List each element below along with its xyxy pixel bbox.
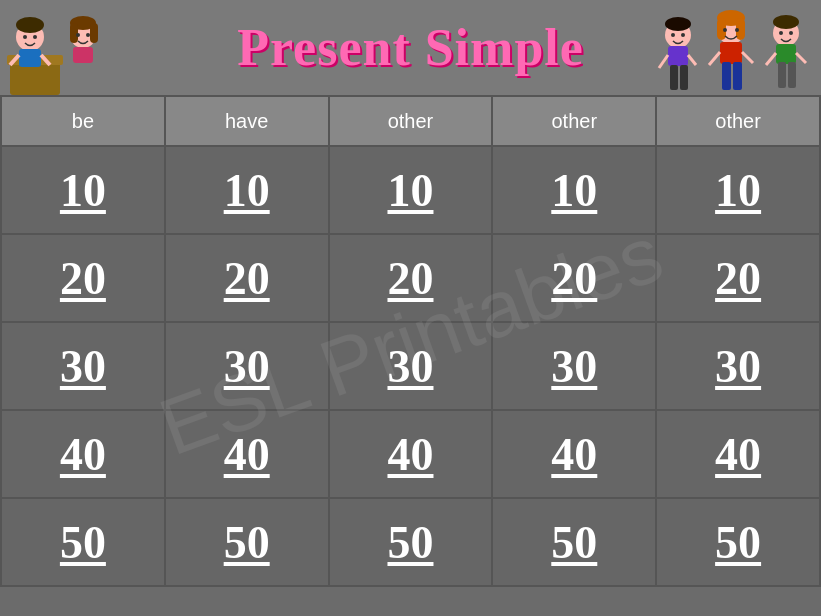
svg-rect-12 <box>70 23 78 43</box>
col-header-other-3: other <box>656 96 820 146</box>
col-header-other-1: other <box>329 96 493 146</box>
col-header-other-2: other <box>492 96 656 146</box>
table-row: 1010101010 <box>1 146 820 234</box>
svg-point-14 <box>76 33 80 37</box>
cell-row2-col5[interactable]: 20 <box>656 234 820 322</box>
cell-row1-col4[interactable]: 10 <box>492 146 656 234</box>
table-row: 2020202020 <box>1 234 820 322</box>
svg-point-20 <box>681 33 685 37</box>
table-row: 3030303030 <box>1 322 820 410</box>
cell-row4-col2[interactable]: 40 <box>165 410 329 498</box>
cell-row4-col4[interactable]: 40 <box>492 410 656 498</box>
score-table: be have other other other 10101010102020… <box>0 95 821 587</box>
cell-row3-col4[interactable]: 30 <box>492 322 656 410</box>
svg-line-32 <box>709 52 720 65</box>
svg-rect-23 <box>670 65 678 90</box>
svg-point-5 <box>23 35 27 39</box>
cell-row1-col5[interactable]: 10 <box>656 146 820 234</box>
cell-row5-col3[interactable]: 50 <box>329 498 493 586</box>
cell-row3-col5[interactable]: 30 <box>656 322 820 410</box>
character-left <box>5 5 120 95</box>
svg-line-42 <box>796 53 806 63</box>
svg-rect-37 <box>776 44 796 64</box>
svg-line-41 <box>766 53 776 65</box>
svg-point-18 <box>665 17 691 31</box>
svg-point-31 <box>735 28 739 32</box>
cell-row4-col1[interactable]: 40 <box>1 410 165 498</box>
character-right <box>656 5 816 95</box>
svg-rect-3 <box>19 49 41 67</box>
cell-row4-col5[interactable]: 40 <box>656 410 820 498</box>
svg-point-19 <box>671 33 675 37</box>
table-header-row: be have other other other <box>1 96 820 146</box>
cell-row2-col2[interactable]: 20 <box>165 234 329 322</box>
svg-rect-24 <box>680 65 688 90</box>
cell-row5-col2[interactable]: 50 <box>165 498 329 586</box>
svg-rect-43 <box>778 62 786 88</box>
svg-line-33 <box>742 52 753 63</box>
game-board: ESL Printables be have other other other… <box>0 95 821 587</box>
svg-rect-26 <box>720 42 742 64</box>
svg-line-22 <box>688 55 696 65</box>
cell-row2-col1[interactable]: 20 <box>1 234 165 322</box>
svg-rect-10 <box>73 47 93 63</box>
cell-row3-col2[interactable]: 30 <box>165 322 329 410</box>
svg-rect-35 <box>733 62 742 90</box>
svg-point-39 <box>779 31 783 35</box>
col-header-be: be <box>1 96 165 146</box>
svg-point-6 <box>33 35 37 39</box>
table-row: 4040404040 <box>1 410 820 498</box>
cell-row5-col4[interactable]: 50 <box>492 498 656 586</box>
svg-point-4 <box>16 17 44 33</box>
page-title: Present Simple <box>237 18 584 77</box>
cell-row1-col3[interactable]: 10 <box>329 146 493 234</box>
col-header-have: have <box>165 96 329 146</box>
cell-row4-col3[interactable]: 40 <box>329 410 493 498</box>
svg-rect-17 <box>668 46 688 66</box>
cell-row5-col1[interactable]: 50 <box>1 498 165 586</box>
cell-row1-col2[interactable]: 10 <box>165 146 329 234</box>
svg-rect-13 <box>90 23 98 43</box>
cell-row2-col3[interactable]: 20 <box>329 234 493 322</box>
svg-point-38 <box>773 15 799 29</box>
svg-point-40 <box>789 31 793 35</box>
cell-row5-col5[interactable]: 50 <box>656 498 820 586</box>
header: Present Simple <box>0 0 821 95</box>
cell-row1-col1[interactable]: 10 <box>1 146 165 234</box>
cell-row3-col1[interactable]: 30 <box>1 322 165 410</box>
table-row: 5050505050 <box>1 498 820 586</box>
svg-point-30 <box>723 28 727 32</box>
svg-rect-34 <box>722 62 731 90</box>
svg-line-21 <box>659 55 668 68</box>
svg-point-15 <box>86 33 90 37</box>
svg-rect-44 <box>788 62 796 88</box>
cell-row3-col3[interactable]: 30 <box>329 322 493 410</box>
cell-row2-col4[interactable]: 20 <box>492 234 656 322</box>
